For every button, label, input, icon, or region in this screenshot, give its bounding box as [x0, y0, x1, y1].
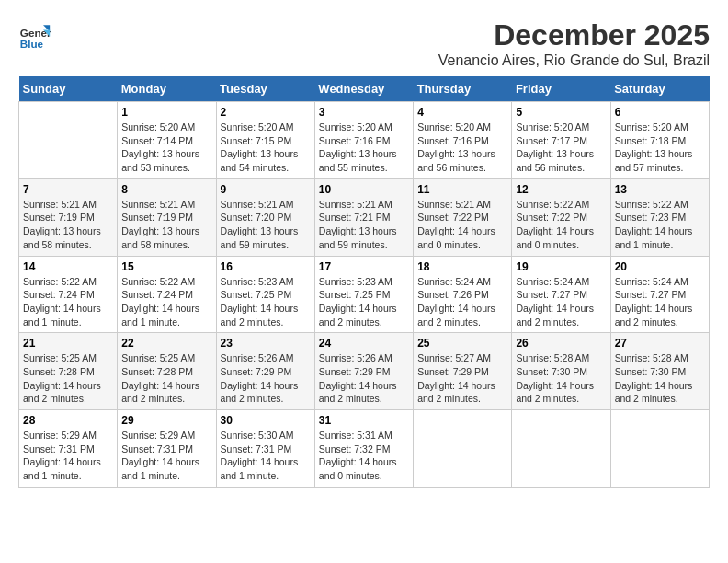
- calendar-cell: [512, 410, 610, 488]
- day-number: 23: [221, 337, 311, 350]
- calendar-cell: 9Sunrise: 5:21 AM Sunset: 7:20 PM Daylig…: [216, 178, 314, 256]
- week-row-2: 7Sunrise: 5:21 AM Sunset: 7:19 PM Daylig…: [19, 178, 710, 256]
- calendar-cell: 3Sunrise: 5:20 AM Sunset: 7:16 PM Daylig…: [314, 102, 413, 179]
- day-number: 5: [516, 106, 606, 119]
- day-info: Sunrise: 5:28 AM Sunset: 7:30 PM Dayligh…: [516, 351, 606, 406]
- calendar-cell: 10Sunrise: 5:21 AM Sunset: 7:21 PM Dayli…: [314, 178, 413, 256]
- page-header: General Blue December 2025 Venancio Aire…: [18, 18, 710, 69]
- calendar-cell: 24Sunrise: 5:26 AM Sunset: 7:29 PM Dayli…: [314, 333, 413, 410]
- day-info: Sunrise: 5:25 AM Sunset: 7:28 PM Dayligh…: [121, 351, 211, 406]
- day-info: Sunrise: 5:24 AM Sunset: 7:27 PM Dayligh…: [516, 275, 606, 329]
- day-info: Sunrise: 5:22 AM Sunset: 7:24 PM Dayligh…: [23, 275, 113, 329]
- location: Venancio Aires, Rio Grande do Sul, Brazi…: [438, 52, 710, 69]
- day-info: Sunrise: 5:20 AM Sunset: 7:16 PM Dayligh…: [417, 121, 507, 175]
- calendar-cell: 7Sunrise: 5:21 AM Sunset: 7:19 PM Daylig…: [19, 178, 118, 256]
- day-info: Sunrise: 5:23 AM Sunset: 7:25 PM Dayligh…: [221, 275, 311, 329]
- calendar-cell: 19Sunrise: 5:24 AM Sunset: 7:27 PM Dayli…: [512, 256, 610, 333]
- weekday-header-thursday: Thursday: [414, 76, 512, 102]
- day-info: Sunrise: 5:30 AM Sunset: 7:31 PM Dayligh…: [221, 429, 311, 483]
- calendar-cell: 17Sunrise: 5:23 AM Sunset: 7:25 PM Dayli…: [314, 256, 413, 333]
- day-info: Sunrise: 5:29 AM Sunset: 7:31 PM Dayligh…: [121, 429, 211, 483]
- day-info: Sunrise: 5:29 AM Sunset: 7:31 PM Dayligh…: [23, 429, 113, 483]
- calendar-cell: [19, 102, 118, 179]
- day-number: 8: [121, 183, 211, 196]
- calendar-cell: 21Sunrise: 5:25 AM Sunset: 7:28 PM Dayli…: [19, 333, 118, 410]
- weekday-header-wednesday: Wednesday: [314, 76, 413, 102]
- day-info: Sunrise: 5:23 AM Sunset: 7:25 PM Dayligh…: [319, 275, 409, 329]
- svg-text:Blue: Blue: [20, 38, 44, 50]
- day-number: 1: [121, 106, 211, 119]
- month-title: December 2025: [438, 18, 710, 52]
- day-info: Sunrise: 5:24 AM Sunset: 7:27 PM Dayligh…: [615, 275, 705, 329]
- calendar-cell: 29Sunrise: 5:29 AM Sunset: 7:31 PM Dayli…: [118, 410, 216, 488]
- calendar-cell: 16Sunrise: 5:23 AM Sunset: 7:25 PM Dayli…: [216, 256, 314, 333]
- day-info: Sunrise: 5:21 AM Sunset: 7:20 PM Dayligh…: [221, 198, 311, 252]
- day-number: 18: [417, 260, 507, 273]
- day-number: 21: [23, 337, 113, 350]
- calendar-cell: 2Sunrise: 5:20 AM Sunset: 7:15 PM Daylig…: [216, 102, 314, 179]
- week-row-5: 28Sunrise: 5:29 AM Sunset: 7:31 PM Dayli…: [19, 410, 710, 488]
- title-block: December 2025 Venancio Aires, Rio Grande…: [438, 18, 710, 69]
- calendar-cell: 18Sunrise: 5:24 AM Sunset: 7:26 PM Dayli…: [414, 256, 512, 333]
- day-number: 6: [615, 106, 705, 119]
- day-number: 27: [615, 337, 705, 350]
- calendar-cell: [610, 410, 709, 488]
- calendar-cell: 27Sunrise: 5:28 AM Sunset: 7:30 PM Dayli…: [610, 333, 709, 410]
- logo-icon: General Blue: [18, 18, 51, 52]
- day-info: Sunrise: 5:22 AM Sunset: 7:23 PM Dayligh…: [615, 198, 705, 252]
- week-row-4: 21Sunrise: 5:25 AM Sunset: 7:28 PM Dayli…: [19, 333, 710, 410]
- day-number: 13: [615, 183, 705, 196]
- calendar-cell: 8Sunrise: 5:21 AM Sunset: 7:19 PM Daylig…: [118, 178, 216, 256]
- calendar-cell: 23Sunrise: 5:26 AM Sunset: 7:29 PM Dayli…: [216, 333, 314, 410]
- calendar-cell: 26Sunrise: 5:28 AM Sunset: 7:30 PM Dayli…: [512, 333, 610, 410]
- weekday-header-row: SundayMondayTuesdayWednesdayThursdayFrid…: [19, 76, 710, 102]
- day-info: Sunrise: 5:20 AM Sunset: 7:17 PM Dayligh…: [516, 121, 606, 175]
- day-number: 16: [221, 260, 311, 273]
- calendar-cell: 4Sunrise: 5:20 AM Sunset: 7:16 PM Daylig…: [414, 102, 512, 179]
- day-number: 26: [516, 337, 606, 350]
- day-info: Sunrise: 5:21 AM Sunset: 7:19 PM Dayligh…: [121, 198, 211, 252]
- calendar-cell: 11Sunrise: 5:21 AM Sunset: 7:22 PM Dayli…: [414, 178, 512, 256]
- day-number: 4: [417, 106, 507, 119]
- day-info: Sunrise: 5:28 AM Sunset: 7:30 PM Dayligh…: [615, 351, 705, 406]
- day-number: 25: [417, 337, 507, 350]
- day-info: Sunrise: 5:31 AM Sunset: 7:32 PM Dayligh…: [319, 429, 409, 483]
- calendar-cell: 6Sunrise: 5:20 AM Sunset: 7:18 PM Daylig…: [610, 102, 709, 179]
- calendar-cell: [414, 410, 512, 488]
- day-number: 9: [221, 183, 311, 196]
- calendar-cell: 20Sunrise: 5:24 AM Sunset: 7:27 PM Dayli…: [610, 256, 709, 333]
- calendar-cell: 28Sunrise: 5:29 AM Sunset: 7:31 PM Dayli…: [19, 410, 118, 488]
- day-number: 14: [23, 260, 113, 273]
- day-number: 12: [516, 183, 606, 196]
- day-number: 7: [23, 183, 113, 196]
- calendar-cell: 5Sunrise: 5:20 AM Sunset: 7:17 PM Daylig…: [512, 102, 610, 179]
- week-row-1: 1Sunrise: 5:20 AM Sunset: 7:14 PM Daylig…: [19, 102, 710, 179]
- weekday-header-friday: Friday: [512, 76, 610, 102]
- day-number: 29: [121, 414, 211, 427]
- day-number: 10: [319, 183, 409, 196]
- day-number: 22: [121, 337, 211, 350]
- day-info: Sunrise: 5:20 AM Sunset: 7:18 PM Dayligh…: [615, 121, 705, 175]
- day-info: Sunrise: 5:27 AM Sunset: 7:29 PM Dayligh…: [417, 351, 507, 406]
- day-info: Sunrise: 5:24 AM Sunset: 7:26 PM Dayligh…: [417, 275, 507, 329]
- weekday-header-monday: Monday: [118, 76, 216, 102]
- day-info: Sunrise: 5:20 AM Sunset: 7:16 PM Dayligh…: [319, 121, 409, 175]
- day-number: 19: [516, 260, 606, 273]
- day-number: 24: [319, 337, 409, 350]
- day-number: 30: [221, 414, 311, 427]
- day-info: Sunrise: 5:21 AM Sunset: 7:21 PM Dayligh…: [319, 198, 409, 252]
- day-number: 17: [319, 260, 409, 273]
- day-info: Sunrise: 5:21 AM Sunset: 7:19 PM Dayligh…: [23, 198, 113, 252]
- calendar-cell: 15Sunrise: 5:22 AM Sunset: 7:24 PM Dayli…: [118, 256, 216, 333]
- day-number: 15: [121, 260, 211, 273]
- calendar-cell: 14Sunrise: 5:22 AM Sunset: 7:24 PM Dayli…: [19, 256, 118, 333]
- calendar-cell: 31Sunrise: 5:31 AM Sunset: 7:32 PM Dayli…: [314, 410, 413, 488]
- day-number: 31: [319, 414, 409, 427]
- day-number: 11: [417, 183, 507, 196]
- day-number: 20: [615, 260, 705, 273]
- day-info: Sunrise: 5:26 AM Sunset: 7:29 PM Dayligh…: [319, 351, 409, 406]
- calendar-cell: 13Sunrise: 5:22 AM Sunset: 7:23 PM Dayli…: [610, 178, 709, 256]
- day-info: Sunrise: 5:25 AM Sunset: 7:28 PM Dayligh…: [23, 351, 113, 406]
- day-number: 2: [221, 106, 311, 119]
- day-number: 3: [319, 106, 409, 119]
